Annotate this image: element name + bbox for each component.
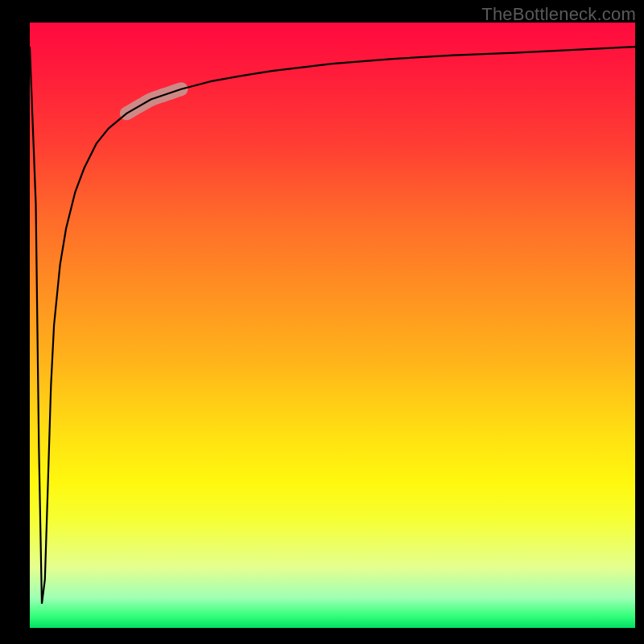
- bottleneck-curve: [30, 47, 635, 604]
- curve-layer: [30, 23, 635, 628]
- chart-frame: TheBottleneck.com: [0, 0, 644, 644]
- plot-area: [30, 23, 635, 628]
- watermark-text: TheBottleneck.com: [481, 4, 636, 25]
